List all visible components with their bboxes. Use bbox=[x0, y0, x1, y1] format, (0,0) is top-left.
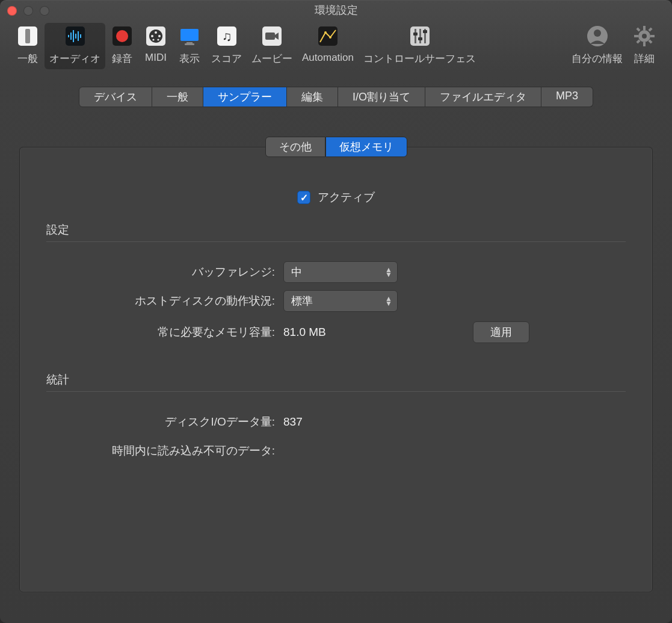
disk-io-label: ディスクI/Oデータ量: bbox=[46, 414, 275, 430]
svg-rect-7 bbox=[78, 31, 79, 41]
svg-point-14 bbox=[158, 35, 161, 37]
svg-rect-45 bbox=[648, 27, 652, 31]
buffer-range-select[interactable]: 中 ▲▼ bbox=[283, 261, 398, 283]
svg-point-10 bbox=[116, 30, 128, 42]
sampler-panel: その他 仮想メモリ ✓ アクティブ 設定 バッファレンジ: 中 ▲▼ ホストディ… bbox=[19, 147, 653, 592]
svg-rect-20 bbox=[185, 43, 194, 45]
sliders-icon bbox=[408, 24, 432, 48]
toolbar-label: スコア bbox=[211, 52, 242, 66]
toolbar-record[interactable]: 録音 bbox=[105, 23, 139, 69]
svg-rect-42 bbox=[650, 35, 655, 37]
camera-icon bbox=[260, 24, 284, 48]
svg-rect-24 bbox=[265, 33, 275, 40]
svg-point-17 bbox=[157, 39, 159, 40]
svg-point-36 bbox=[594, 29, 601, 37]
svg-rect-33 bbox=[418, 37, 422, 40]
toolbar-label: 録音 bbox=[112, 52, 132, 66]
toolbar-general[interactable]: 一般 bbox=[11, 23, 45, 69]
waveform-icon bbox=[63, 24, 87, 48]
svg-rect-1 bbox=[25, 29, 30, 43]
disk-io-value: 837 bbox=[283, 415, 404, 429]
record-icon bbox=[110, 24, 134, 48]
svg-rect-32 bbox=[413, 33, 418, 36]
sampler-inner-tabs: その他 仮想メモリ bbox=[265, 137, 407, 157]
unreadable-label: 時間内に読み込み不可のデータ: bbox=[46, 443, 275, 459]
svg-point-26 bbox=[324, 31, 327, 34]
svg-point-27 bbox=[329, 36, 331, 39]
toolbar-label: オーディオ bbox=[49, 52, 100, 66]
svg-rect-34 bbox=[423, 30, 427, 33]
svg-rect-41 bbox=[634, 35, 638, 37]
required-memory-label: 常に必要なメモリ容量: bbox=[46, 324, 275, 340]
svg-rect-29 bbox=[415, 29, 416, 43]
toolbar-label: 表示 bbox=[179, 52, 200, 66]
titlebar: 環境設定 bbox=[0, 0, 672, 20]
toolbar-label: 詳細 bbox=[634, 52, 655, 66]
toolbar-label: 自分の情報 bbox=[572, 52, 623, 66]
svg-rect-4 bbox=[70, 33, 72, 40]
svg-rect-40 bbox=[643, 42, 646, 46]
svg-point-16 bbox=[152, 39, 154, 40]
svg-rect-5 bbox=[73, 30, 74, 42]
tab-general[interactable]: 一般 bbox=[152, 87, 203, 107]
preferences-window: 環境設定 一般 オーディオ 録音 MIDI bbox=[0, 0, 672, 623]
toolbar-audio[interactable]: オーディオ bbox=[45, 23, 105, 69]
svg-rect-6 bbox=[75, 34, 76, 39]
svg-rect-3 bbox=[68, 35, 69, 37]
tab-edit[interactable]: 編集 bbox=[287, 87, 338, 107]
toolbar-label: コントロールサーフェス bbox=[363, 52, 476, 66]
toolbar-label: 一般 bbox=[17, 52, 38, 66]
automation-icon bbox=[316, 24, 340, 48]
person-icon bbox=[585, 24, 609, 48]
midi-icon bbox=[144, 24, 168, 48]
tab-file-editor[interactable]: ファイルエディタ bbox=[425, 87, 541, 107]
switch-icon bbox=[16, 24, 40, 48]
host-disk-value: 標準 bbox=[291, 294, 313, 308]
gear-icon bbox=[632, 24, 656, 48]
monitor-icon bbox=[177, 24, 202, 48]
tab-io-assign[interactable]: I/O割り当て bbox=[338, 87, 425, 107]
svg-point-15 bbox=[155, 31, 157, 34]
toolbar-score[interactable]: ♫ スコア bbox=[206, 23, 247, 69]
apply-button[interactable]: 適用 bbox=[473, 321, 529, 343]
svg-point-38 bbox=[642, 34, 647, 39]
chevron-updown-icon: ▲▼ bbox=[385, 267, 392, 277]
svg-rect-39 bbox=[643, 26, 646, 30]
toolbar-controlsurfaces[interactable]: コントロールサーフェス bbox=[359, 23, 481, 69]
toolbar-label: Automation bbox=[302, 52, 354, 64]
toolbar-midi[interactable]: MIDI bbox=[139, 23, 173, 67]
chevron-updown-icon: ▲▼ bbox=[385, 296, 392, 306]
buffer-range-label: バッファレンジ: bbox=[46, 264, 275, 280]
tab-devices[interactable]: デバイス bbox=[79, 87, 152, 107]
tab-sampler[interactable]: サンプラー bbox=[203, 87, 287, 107]
toolbar-display[interactable]: 表示 bbox=[173, 23, 206, 69]
settings-heading: 設定 bbox=[46, 222, 626, 242]
toolbar-myinfo[interactable]: 自分の情報 bbox=[567, 23, 627, 69]
svg-rect-18 bbox=[180, 29, 199, 41]
active-checkbox-label: アクティブ bbox=[318, 190, 375, 205]
audio-tabs: デバイス 一般 サンプラー 編集 I/O割り当て ファイルエディタ MP3 bbox=[0, 75, 672, 111]
svg-rect-25 bbox=[318, 26, 338, 46]
svg-text:♫: ♫ bbox=[221, 29, 232, 44]
svg-rect-8 bbox=[80, 34, 81, 38]
svg-point-13 bbox=[151, 35, 153, 37]
host-disk-select[interactable]: 標準 ▲▼ bbox=[283, 290, 398, 312]
inner-tab-virtual-memory[interactable]: 仮想メモリ bbox=[325, 137, 407, 157]
active-checkbox[interactable]: ✓ bbox=[297, 191, 310, 204]
toolbar-automation[interactable]: Automation bbox=[297, 23, 359, 67]
host-disk-label: ホストディスクの動作状況: bbox=[46, 293, 275, 309]
svg-rect-43 bbox=[636, 27, 640, 31]
tab-mp3[interactable]: MP3 bbox=[541, 87, 593, 107]
required-memory-value: 81.0 MB bbox=[283, 326, 404, 339]
window-title: 環境設定 bbox=[0, 3, 672, 17]
buffer-range-value: 中 bbox=[291, 265, 302, 279]
preferences-toolbar: 一般 オーディオ 録音 MIDI 表示 bbox=[0, 20, 672, 75]
inner-tab-other[interactable]: その他 bbox=[265, 137, 325, 157]
toolbar-advanced[interactable]: 詳細 bbox=[627, 23, 661, 69]
svg-rect-19 bbox=[186, 42, 193, 43]
toolbar-label: ムービー bbox=[251, 52, 292, 66]
toolbar-movie[interactable]: ムービー bbox=[247, 23, 297, 69]
stats-heading: 統計 bbox=[46, 372, 626, 392]
svg-rect-30 bbox=[419, 29, 421, 43]
score-icon: ♫ bbox=[215, 24, 239, 48]
